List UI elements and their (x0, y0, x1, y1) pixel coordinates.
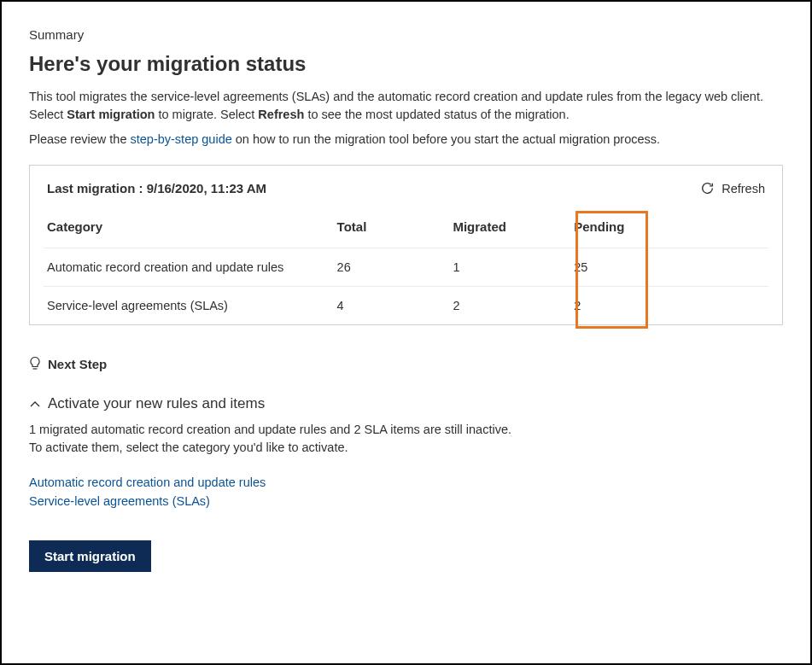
cell-category: Service-level agreements (SLAs) (44, 287, 334, 325)
refresh-button[interactable]: Refresh (700, 181, 765, 195)
activate-line-2: To activate them, select the category yo… (29, 439, 783, 457)
col-header-migrated: Migrated (449, 219, 565, 248)
cell-total: 26 (334, 248, 450, 287)
panel-header: Last migration : 9/16/2020, 11:23 AM Ref… (44, 181, 768, 195)
cell-category: Automatic record creation and update rul… (44, 248, 334, 287)
start-migration-button[interactable]: Start migration (29, 540, 151, 572)
intro-bold-2: Refresh (258, 108, 304, 121)
link-service-level-agreements[interactable]: Service-level agreements (SLAs) (29, 493, 783, 511)
cell-migrated: 2 (449, 287, 565, 325)
review-text-1: Please review the (29, 132, 130, 146)
cell-total: 4 (334, 287, 450, 325)
cell-pending: 2 (565, 287, 768, 325)
review-text-2: on how to run the migration tool before … (232, 132, 660, 146)
summary-label: Summary (29, 27, 783, 42)
cell-migrated: 1 (449, 248, 565, 287)
category-links: Automatic record creation and update rul… (29, 474, 783, 511)
table-row: Service-level agreements (SLAs) 4 2 2 (44, 287, 768, 325)
activate-description: 1 migrated automatic record creation and… (29, 421, 783, 457)
status-table: Category Total Migrated Pending Automati… (44, 219, 768, 324)
refresh-label: Refresh (721, 182, 765, 195)
link-automatic-record-creation[interactable]: Automatic record creation and update rul… (29, 474, 783, 493)
activate-header-label: Activate your new rules and items (48, 395, 265, 412)
col-header-category: Category (44, 219, 334, 248)
step-by-step-guide-link[interactable]: step-by-step guide (130, 132, 231, 146)
intro-bold-1: Start migration (67, 108, 155, 121)
col-header-total: Total (334, 219, 450, 248)
page-title: Here's your migration status (29, 52, 783, 76)
col-header-pending: Pending (565, 219, 768, 248)
table-row: Automatic record creation and update rul… (44, 248, 768, 287)
last-migration-label: Last migration : 9/16/2020, 11:23 AM (47, 181, 266, 195)
activate-section-toggle[interactable]: Activate your new rules and items (29, 395, 783, 412)
table-header-row: Category Total Migrated Pending (44, 219, 768, 248)
migration-status-panel: Last migration : 9/16/2020, 11:23 AM Ref… (29, 165, 783, 325)
chevron-up-icon (29, 398, 41, 410)
intro-text-2: to migrate. Select (155, 108, 258, 121)
intro-paragraph: This tool migrates the service-level agr… (29, 88, 783, 124)
activate-line-1: 1 migrated automatic record creation and… (29, 421, 783, 439)
intro-text-3: to see the most updated status of the mi… (304, 108, 569, 121)
next-step-label: Next Step (48, 357, 107, 371)
cell-pending: 25 (565, 248, 768, 287)
refresh-icon (700, 181, 715, 195)
lightbulb-icon (29, 356, 41, 371)
next-step-header: Next Step (29, 356, 783, 371)
status-table-wrap: Category Total Migrated Pending Automati… (44, 219, 768, 324)
review-paragraph: Please review the step-by-step guide on … (29, 132, 783, 146)
